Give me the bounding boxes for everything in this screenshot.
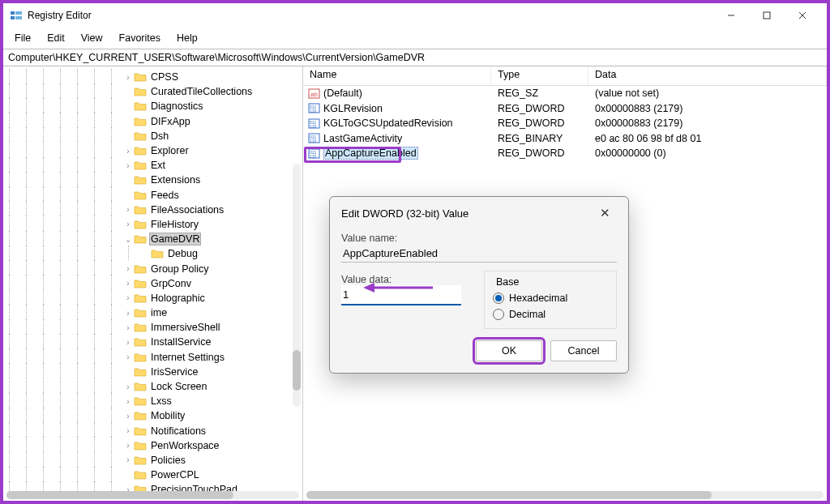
tree-node[interactable]: ›Group Policy [3, 261, 302, 275]
svg-text:110: 110 [310, 109, 317, 113]
tree-node[interactable]: Diagnostics [3, 99, 302, 113]
chevron-icon[interactable]: › [122, 264, 134, 273]
tree-node[interactable]: PowerCPL [3, 468, 302, 482]
value-type: REG_DWORD [491, 117, 588, 129]
chevron-icon[interactable]: › [122, 338, 134, 347]
tree-node[interactable]: ›Notifications [3, 424, 302, 438]
tree-node[interactable]: ›Policies [3, 453, 302, 468]
maximize-button[interactable] [749, 3, 785, 28]
tree-node-label: Feeds [149, 190, 181, 201]
tree-node[interactable]: Dsh [3, 129, 302, 143]
chevron-icon[interactable]: › [122, 161, 134, 170]
menu-help[interactable]: Help [169, 30, 206, 46]
close-button[interactable] [785, 3, 820, 28]
tree-node[interactable]: ›CPSS [3, 70, 302, 84]
tree-node-label: Policies [149, 455, 187, 466]
tree-node-label: PenWorkspace [149, 440, 221, 451]
tree-node[interactable]: ›FileAssociations [3, 203, 302, 217]
tree-node-label: Notifications [149, 425, 208, 437]
tree-node[interactable]: ›PenWorkspace [3, 438, 302, 453]
tree-node-label: DIFxApp [149, 116, 192, 127]
menu-file[interactable]: File [6, 30, 39, 46]
edit-dword-dialog: Edit DWORD (32-bit) Value ✕ Value name: … [329, 196, 629, 374]
menu-edit[interactable]: Edit [39, 30, 73, 46]
tree-pane[interactable]: ›CPSSCuratedTileCollectionsDiagnosticsDI… [3, 66, 303, 501]
chevron-icon[interactable]: › [122, 309, 134, 318]
tree-node[interactable]: ›ImmersiveShell [3, 320, 302, 335]
value-data-input[interactable] [341, 285, 461, 305]
radio-hexadecimal[interactable]: Hexadecimal [493, 293, 608, 304]
tree-node[interactable]: Feeds [3, 188, 302, 203]
value-row[interactable]: 011110LastGameActivityREG_BINARYe0 ac 80… [303, 131, 827, 147]
value-row[interactable]: ab(Default)REG_SZ(value not set) [303, 86, 827, 101]
chevron-icon[interactable]: › [122, 279, 134, 288]
tree-hscrollbar-thumb[interactable] [6, 491, 233, 499]
chevron-icon[interactable]: › [122, 205, 134, 214]
tree-node[interactable]: ›Lxss [3, 394, 302, 408]
tree-node[interactable]: DIFxApp [3, 114, 302, 129]
minimize-button[interactable] [713, 3, 749, 28]
base-label: Base [493, 276, 523, 288]
col-header-name[interactable]: Name [303, 66, 491, 85]
chevron-icon[interactable]: › [122, 293, 134, 302]
tree-scrollbar-thumb[interactable] [293, 350, 301, 391]
tree-node-label: GameDVR [149, 233, 201, 246]
chevron-icon[interactable]: › [122, 220, 134, 229]
values-hscrollbar-thumb[interactable] [306, 491, 712, 499]
tree-node[interactable]: ›Lock Screen [3, 379, 302, 394]
chevron-icon[interactable]: › [122, 426, 134, 435]
value-name: (Default) [323, 88, 362, 99]
menu-view[interactable]: View [73, 30, 111, 46]
dialog-close-button[interactable]: ✕ [593, 206, 617, 220]
tree-node[interactable]: ›ime [3, 305, 302, 320]
tree-node[interactable]: ›InstallService [3, 335, 302, 349]
tree-node[interactable]: ›Internet Settings [3, 350, 302, 365]
svg-text:110: 110 [310, 154, 317, 159]
address-bar[interactable]: Computer\HKEY_CURRENT_USER\Software\Micr… [3, 49, 827, 66]
chevron-icon[interactable]: › [122, 455, 134, 464]
chevron-icon[interactable]: › [122, 73, 134, 82]
tree-node[interactable]: ›Holographic [3, 291, 302, 305]
tree-node-label: Debug [166, 248, 199, 259]
chevron-icon[interactable]: › [122, 441, 134, 450]
tree-node[interactable]: IrisService [3, 365, 302, 379]
ok-button[interactable]: OK [476, 340, 542, 361]
radio-dec-label: Decimal [509, 309, 545, 320]
col-header-type[interactable]: Type [491, 66, 588, 85]
tree-node[interactable]: CuratedTileCollections [3, 84, 302, 99]
value-name-input[interactable] [341, 244, 617, 263]
chevron-icon[interactable]: › [122, 352, 134, 361]
tree-scrollbar[interactable] [293, 164, 301, 407]
svg-text:ab: ab [310, 91, 318, 98]
dialog-title: Edit DWORD (32-bit) Value [341, 207, 593, 220]
tree-node[interactable]: ›FileHistory [3, 217, 302, 232]
tree-node[interactable]: Extensions [3, 173, 302, 187]
chevron-icon[interactable]: › [122, 323, 134, 332]
values-hscrollbar[interactable] [306, 491, 824, 499]
value-type: REG_DWORD [491, 147, 588, 159]
address-text: Computer\HKEY_CURRENT_USER\Software\Micr… [8, 52, 425, 63]
value-data: (value not set) [588, 88, 827, 99]
value-row[interactable]: 011110KGLRevisionREG_DWORD0x00000883 (21… [303, 101, 827, 117]
radio-decimal[interactable]: Decimal [493, 309, 608, 320]
chevron-icon[interactable]: › [122, 412, 134, 421]
tree-node-label: CPSS [149, 71, 180, 83]
menu-favorites[interactable]: Favorites [111, 30, 169, 46]
tree-hscrollbar[interactable] [6, 491, 299, 499]
tree-node[interactable]: ›Mobility [3, 408, 302, 423]
tree-node-label: FileHistory [149, 219, 200, 230]
chevron-icon[interactable]: › [122, 397, 134, 406]
tree-node-label: Dsh [149, 130, 170, 142]
chevron-icon[interactable]: › [122, 382, 134, 391]
cancel-button[interactable]: Cancel [550, 340, 617, 361]
col-header-data[interactable]: Data [588, 66, 827, 85]
chevron-icon[interactable]: ⌄ [122, 235, 134, 244]
tree-node[interactable]: ›Ext [3, 158, 302, 173]
tree-node[interactable]: ⌄GameDVR [3, 232, 302, 246]
tree-node[interactable]: ›Explorer [3, 143, 302, 158]
value-row[interactable]: 011110KGLToGCSUpdatedRevisionREG_DWORD0x… [303, 116, 827, 131]
value-row[interactable]: 011110AppCaptureEnabledREG_DWORD0x000000… [303, 146, 827, 161]
tree-node[interactable]: Debug [3, 246, 302, 261]
tree-node[interactable]: ›GrpConv [3, 276, 302, 291]
chevron-icon[interactable]: › [122, 147, 134, 156]
